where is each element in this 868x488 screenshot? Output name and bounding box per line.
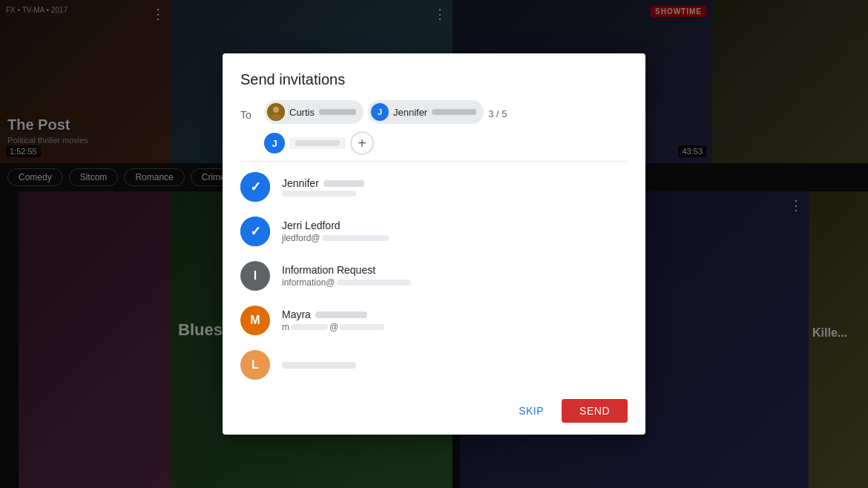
email-at: @: [329, 322, 338, 332]
contact-email-jerri: jledford@: [282, 233, 628, 243]
name-redacted-mayra: [315, 311, 367, 318]
email-redacted-jerri: [322, 235, 389, 241]
contact-initial-information: I: [254, 269, 257, 283]
contact-avatar-information: I: [240, 261, 270, 291]
name-redacted-jennifer: [323, 180, 364, 187]
checkmark-jennifer: ✓: [250, 179, 261, 195]
email-prefix-information: information@: [282, 277, 335, 288]
contact-avatar-jerri: ✓: [240, 217, 270, 246]
chip-redacted-curtis: [319, 109, 356, 115]
contact-info-last: [282, 362, 628, 369]
input-chip-avatar: J: [264, 133, 285, 154]
contact-name-mayra: Mayra: [282, 309, 628, 320]
contact-item-last[interactable]: L: [223, 343, 645, 387]
recipient-count: 3 / 5: [488, 105, 507, 119]
send-button[interactable]: SEND: [562, 399, 628, 423]
chip-name-curtis: Curtis: [289, 107, 315, 118]
send-invitations-dialog: Send invitations To Curtis: [223, 53, 645, 435]
chip-redacted-jennifer: [432, 109, 476, 115]
contact-item-jerri[interactable]: ✓ Jerri Ledford jledford@: [223, 209, 645, 254]
svg-point-1: [273, 107, 279, 113]
svg-point-2: [271, 114, 281, 120]
contact-item-information[interactable]: I Information Request information@: [223, 254, 645, 298]
contact-info-information: Information Request information@: [282, 264, 628, 288]
modal-overlay: Send invitations To Curtis: [0, 0, 868, 488]
skip-button[interactable]: SKIP: [507, 399, 556, 423]
email-prefix-jerri: jledford@: [282, 233, 320, 243]
contact-info-jerri: Jerri Ledford jledford@: [282, 220, 628, 243]
chip-jennifer[interactable]: J Jennifer: [368, 100, 484, 124]
input-chip-field[interactable]: [289, 137, 346, 149]
email-redacted-jennifer: [282, 191, 356, 197]
check-overlay-jerri: ✓: [240, 217, 270, 246]
email-redacted-information: [337, 280, 411, 286]
contact-info-jennifer: Jennifer: [282, 177, 628, 197]
chip-avatar-jennifer: J: [371, 103, 389, 121]
contact-email-mayra: m @: [282, 322, 628, 332]
input-row: J +: [264, 131, 628, 155]
to-chips-area: Curtis J Jennifer 3 / 5 J: [264, 100, 628, 155]
email-m-prefix: m: [282, 322, 289, 332]
dialog-header: Send invitations: [223, 53, 645, 94]
avatar-icon-curtis: [267, 103, 285, 121]
contact-name-jerri: Jerri Ledford: [282, 220, 628, 231]
contact-email-jennifer: [282, 191, 628, 197]
check-overlay-jennifer: ✓: [240, 172, 270, 202]
email-redacted-mayra-2: [340, 324, 384, 330]
contact-email-information: information@: [282, 277, 628, 288]
contacts-list: ✓ Jennifer ✓: [223, 162, 645, 390]
name-redacted-last: [282, 362, 356, 369]
contact-name-last: [282, 362, 628, 369]
contact-item-jennifer[interactable]: ✓ Jennifer: [223, 165, 645, 209]
contact-initial-last: L: [251, 358, 259, 372]
contact-avatar-last: L: [240, 350, 270, 380]
contact-item-mayra[interactable]: M Mayra m @: [223, 298, 645, 343]
checkmark-jerri: ✓: [250, 223, 261, 240]
dialog-footer: SKIP SEND: [223, 390, 645, 435]
chip-curtis[interactable]: Curtis: [264, 100, 364, 124]
to-label: To: [240, 100, 255, 121]
contact-avatar-jennifer: ✓: [240, 172, 270, 202]
contact-name-jennifer: Jennifer: [282, 177, 628, 189]
dialog-title: Send invitations: [240, 71, 628, 88]
input-redacted: [295, 140, 340, 146]
contact-name-information: Information Request: [282, 264, 628, 276]
to-field: To Curtis: [223, 94, 645, 161]
email-redacted-mayra-1: [291, 324, 328, 330]
contact-initial-mayra: M: [250, 314, 260, 327]
contact-info-mayra: Mayra m @: [282, 309, 628, 332]
contact-avatar-mayra: M: [240, 306, 270, 335]
chip-avatar-curtis: [267, 103, 285, 121]
add-icon: +: [358, 135, 366, 152]
chip-name-jennifer: Jennifer: [393, 107, 427, 118]
add-recipient-button[interactable]: +: [350, 131, 374, 155]
